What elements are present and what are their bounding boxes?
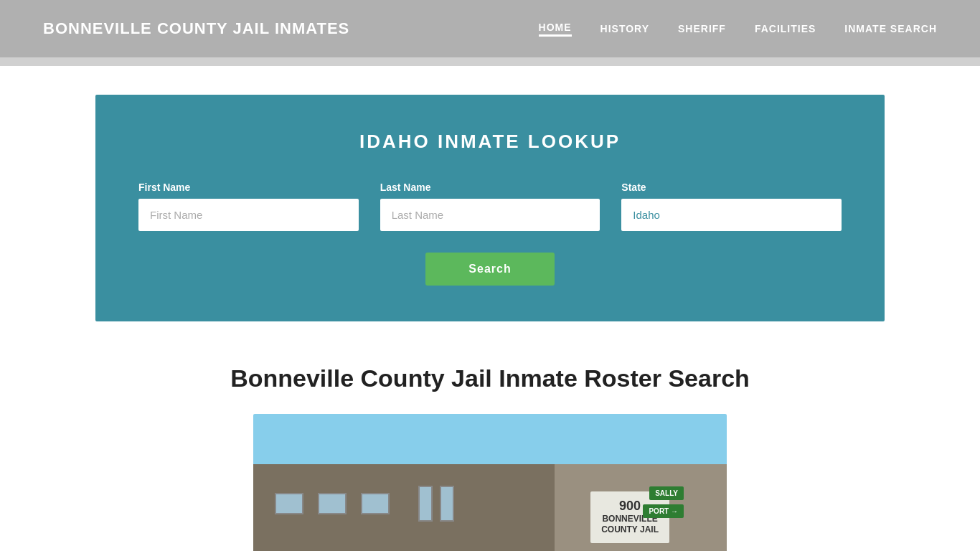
state-input[interactable] [621, 199, 842, 231]
jail-window-4 [418, 486, 433, 522]
inmate-lookup-section: IDAHO INMATE LOOKUP First Name Last Name… [95, 95, 885, 321]
nav-item-inmate-search[interactable]: INMATE SEARCH [844, 23, 937, 34]
nav-item-history[interactable]: HISTORY [600, 23, 649, 34]
green-sign-2: PORT → [643, 504, 684, 518]
jail-window-5 [440, 486, 454, 522]
nav-item-facilities[interactable]: FACILITIES [755, 23, 816, 34]
site-title: BONNEVILLE COUNTY JAIL INMATES [43, 19, 349, 38]
search-form-row: First Name Last Name State [138, 182, 842, 231]
first-name-group: First Name [138, 182, 359, 231]
nav-item-home[interactable]: HOME [539, 22, 572, 37]
subheader-bar [0, 57, 980, 66]
roster-title: Bonneville County Jail Inmate Roster Sea… [93, 364, 887, 392]
jail-window-2 [318, 493, 347, 514]
search-button-row: Search [138, 253, 842, 286]
jail-window-1 [275, 493, 303, 514]
first-name-input[interactable] [138, 199, 359, 231]
last-name-input[interactable] [380, 199, 600, 231]
state-label: State [621, 182, 842, 193]
jail-window-3 [361, 493, 390, 514]
nav-item-sheriff[interactable]: SHERIFF [678, 23, 726, 34]
main-nav: HOME HISTORY SHERIFF FACILITIES INMATE S… [539, 22, 937, 37]
lookup-title: IDAHO INMATE LOOKUP [138, 131, 842, 153]
state-group: State [621, 182, 842, 231]
last-name-group: Last Name [380, 182, 600, 231]
last-name-label: Last Name [380, 182, 600, 193]
jail-image: 900 BONNEVILLE COUNTY JAIL SALLY PORT → [253, 414, 727, 551]
jail-sign-line2: COUNTY JAIL [601, 524, 659, 536]
search-button[interactable]: Search [425, 253, 554, 286]
first-name-label: First Name [138, 182, 359, 193]
main-content: Bonneville County Jail Inmate Roster Sea… [0, 350, 980, 551]
site-header: BONNEVILLE COUNTY JAIL INMATES HOME HIST… [0, 0, 980, 57]
green-sign-1: SALLY [649, 486, 684, 500]
